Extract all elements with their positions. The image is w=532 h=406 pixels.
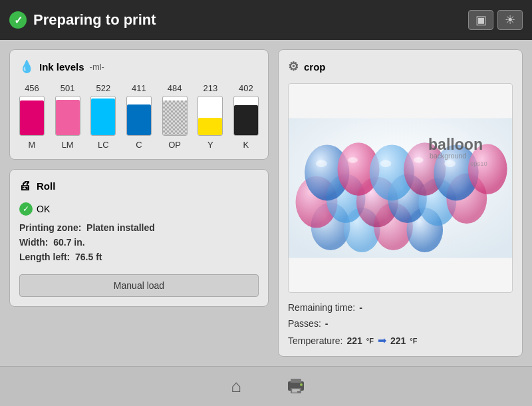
ink-unit-label: -ml- xyxy=(90,62,104,72)
right-column: ⚙ crop xyxy=(278,49,523,357)
ink-label-c: C xyxy=(136,140,142,150)
ink-value-m: 456 xyxy=(25,83,39,93)
ink-col-op: 484OP xyxy=(162,83,188,150)
width-value: 60.7 in. xyxy=(53,237,84,248)
ink-label-lc: LC xyxy=(98,140,109,150)
ink-value-c: 411 xyxy=(132,83,146,93)
ink-col-lc: 522LC xyxy=(90,83,116,150)
ink-col-lm: 501LM xyxy=(55,83,80,150)
brightness-button[interactable]: ☀ xyxy=(497,10,523,30)
ink-label-k: K xyxy=(243,140,249,150)
ink-bar-k xyxy=(234,105,258,135)
svg-rect-28 xyxy=(292,389,300,391)
ink-drop-icon: 💧 xyxy=(19,59,34,74)
temperature-from: 221 xyxy=(346,335,362,346)
temperature-label: Temperature: xyxy=(288,335,342,346)
ink-label-op: OP xyxy=(168,140,181,150)
roll-info: Printing zone: Platen installed Width: 6… xyxy=(19,222,259,262)
svg-point-21 xyxy=(444,160,456,168)
ink-levels-header: 💧 Ink levels -ml- xyxy=(19,59,259,74)
printing-zone-label: Printing zone: xyxy=(19,222,81,233)
print-queue-button[interactable] xyxy=(283,373,309,400)
ink-bar-container-lm xyxy=(55,96,80,136)
left-column: 💧 Ink levels -ml- 456M501LM522LC411C484O… xyxy=(9,49,269,357)
svg-rect-29 xyxy=(292,391,297,393)
width-row: Width: 60.7 in. xyxy=(19,237,259,248)
ink-bar-container-y xyxy=(198,96,223,136)
ink-bar-c xyxy=(127,104,151,135)
svg-rect-26 xyxy=(291,379,301,383)
ink-bar-container-m xyxy=(19,96,45,136)
roll-header: 🖨 Roll xyxy=(19,179,259,193)
ink-value-op: 484 xyxy=(168,83,182,93)
temperature-to: 221 xyxy=(390,335,406,346)
manual-load-button[interactable]: Manual load xyxy=(19,274,259,297)
svg-point-20 xyxy=(414,157,424,162)
footer: ⌂ xyxy=(0,366,532,406)
temperature-row: Temperature: 221 °F ➡ 221 °F xyxy=(288,334,513,347)
ink-label-y: Y xyxy=(207,140,213,150)
ink-bar-lm xyxy=(56,100,80,135)
passes-label: Passes: xyxy=(288,318,321,329)
ink-bar-m xyxy=(20,101,44,135)
temperature-unit-from: °F xyxy=(366,337,374,345)
print-tray-icon xyxy=(285,376,307,397)
svg-point-30 xyxy=(300,383,303,386)
header-left: ✓ Preparing to print xyxy=(9,11,156,29)
crop-title: crop xyxy=(304,61,326,73)
header-controls: ▣ ☀ xyxy=(468,10,523,30)
svg-point-18 xyxy=(348,157,358,162)
svg-point-19 xyxy=(380,160,392,168)
printing-zone-row: Printing zone: Platen installed xyxy=(19,222,259,233)
ink-levels-card: 💧 Ink levels -ml- 456M501LM522LC411C484O… xyxy=(9,49,269,160)
ink-bar-lc xyxy=(91,99,115,135)
main-content: 💧 Ink levels -ml- 456M501LM522LC411C484O… xyxy=(0,40,532,366)
crop-header: ⚙ crop xyxy=(288,59,513,74)
status-ok-icon: ✓ xyxy=(19,202,33,216)
svg-text:background: background xyxy=(430,152,466,160)
length-value: 76.5 ft xyxy=(75,252,102,262)
header: ✓ Preparing to print ▣ ☀ xyxy=(0,0,532,40)
roll-title: Roll xyxy=(37,180,55,192)
crop-card: ⚙ crop xyxy=(278,49,523,357)
home-button[interactable]: ⌂ xyxy=(223,373,249,400)
svg-text:balloon: balloon xyxy=(428,136,483,153)
ink-bar-container-lc xyxy=(90,96,116,136)
remaining-time-row: Remaining time: - xyxy=(288,302,513,313)
length-row: Length left: 76.5 ft xyxy=(19,252,259,262)
ink-value-y: 213 xyxy=(203,83,217,93)
ink-bar-y xyxy=(198,118,222,135)
screen-icon: ▣ xyxy=(475,13,487,27)
status-check-icon: ✓ xyxy=(9,11,27,29)
ink-levels-grid: 456M501LM522LC411C484OP213Y402K xyxy=(19,83,259,150)
ink-col-c: 411C xyxy=(126,83,152,150)
ink-value-lc: 522 xyxy=(96,83,110,93)
passes-row: Passes: - xyxy=(288,318,513,329)
ink-value-lm: 501 xyxy=(61,83,75,93)
roll-icon: 🖨 xyxy=(19,179,31,193)
temperature-unit-to: °F xyxy=(410,337,417,345)
ink-bar-container-op xyxy=(162,96,188,136)
screen-button[interactable]: ▣ xyxy=(468,10,493,30)
temperature-arrow-icon: ➡ xyxy=(378,334,386,347)
ink-label-m: M xyxy=(29,140,36,150)
home-icon: ⌂ xyxy=(231,376,241,397)
passes-value: - xyxy=(325,318,329,329)
ink-bar-op xyxy=(163,101,187,135)
ink-value-k: 402 xyxy=(239,83,253,93)
ink-label-lm: LM xyxy=(62,140,74,150)
printing-zone-value: Platen installed xyxy=(86,222,155,233)
crop-preview: balloon background eps10 xyxy=(288,83,513,293)
width-label: Width: xyxy=(19,237,48,248)
svg-text:eps10: eps10 xyxy=(470,160,487,167)
ink-levels-title: Ink levels xyxy=(39,61,84,73)
ink-col-m: 456M xyxy=(19,83,45,150)
roll-status-text: OK xyxy=(37,204,50,214)
remaining-time-value: - xyxy=(359,302,362,313)
remaining-time-label: Remaining time: xyxy=(288,302,355,313)
brightness-icon: ☀ xyxy=(505,13,515,27)
svg-point-17 xyxy=(316,160,327,168)
roll-status: ✓ OK xyxy=(19,202,259,216)
length-label: Length left: xyxy=(19,252,70,262)
ink-bar-container-k xyxy=(233,96,259,136)
